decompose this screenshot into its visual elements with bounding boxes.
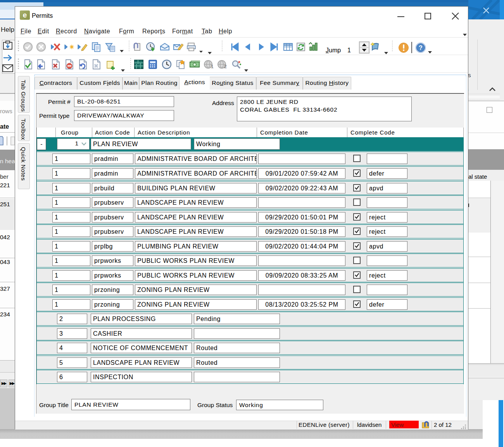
svg-text:1: 1: [211, 64, 214, 69]
svg-text:2: 2: [224, 64, 227, 69]
svg-text:?: ?: [419, 45, 423, 51]
